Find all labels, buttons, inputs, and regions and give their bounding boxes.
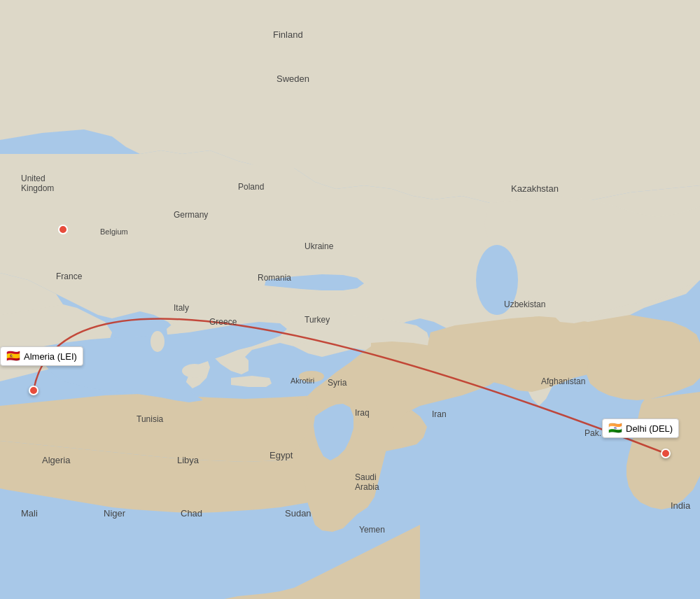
map-container: Finland Sweden UnitedKingdom Belgium Fra… bbox=[0, 0, 700, 599]
svg-point-4 bbox=[182, 364, 207, 378]
map-svg bbox=[0, 0, 700, 599]
svg-point-3 bbox=[150, 331, 164, 352]
svg-point-1 bbox=[476, 245, 518, 315]
svg-point-5 bbox=[59, 225, 67, 234]
svg-point-2 bbox=[299, 371, 324, 382]
delhi-dot bbox=[661, 449, 671, 458]
almeria-dot bbox=[29, 386, 38, 395]
